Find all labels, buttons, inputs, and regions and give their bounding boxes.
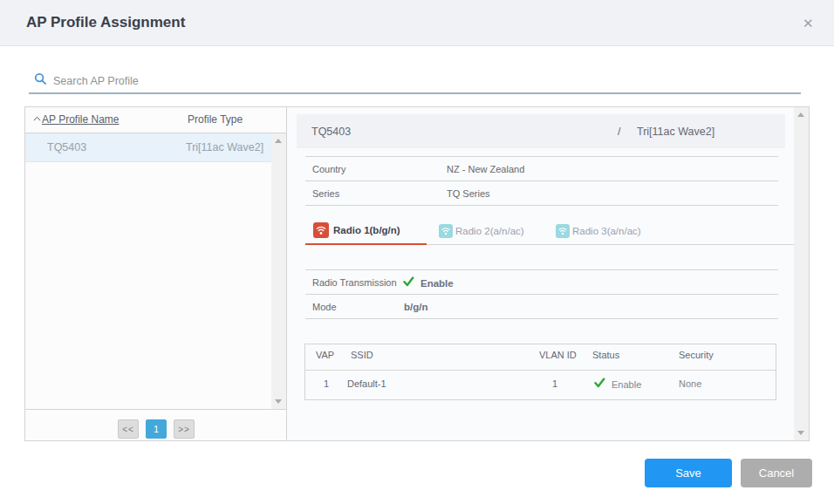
dialog-title: AP Profile Assignment [26, 14, 185, 31]
field-row-country: Country NZ - New Zealand [305, 157, 778, 181]
detail-profile-type: Tri[11ac Wave2] [637, 126, 714, 138]
wifi-icon-teal-2 [439, 224, 453, 238]
dialog-header: AP Profile Assignment ✕ [0, 0, 834, 46]
profile-list-scrollbar[interactable] [271, 133, 286, 409]
search-input[interactable] [53, 72, 769, 91]
profile-list-header: AP Profile Name Profile Type [25, 107, 286, 133]
detail-profile-name: TQ5403 [311, 126, 351, 138]
tab-radio-1[interactable]: Radio 1(b/g/n) [305, 216, 427, 245]
radio-transmission-value: Enable [403, 276, 454, 289]
status-check-icon [594, 378, 605, 388]
wifi-icon-teal-3 [556, 224, 570, 238]
country-value: NZ - New Zealand [447, 164, 524, 174]
radio-tabs: Radio 1(b/g/n) Radio 2(a/n/ac) Radio 3(a… [305, 216, 641, 245]
cancel-button[interactable]: Cancel [741, 459, 812, 487]
detail-scroll-down-icon[interactable] [797, 431, 804, 435]
mode-value: b/g/n [404, 302, 427, 312]
mode-label: Mode [312, 302, 337, 312]
vlan-cell: 1 [552, 378, 557, 389]
column-security: Security [679, 350, 714, 360]
pagination-prev-button[interactable]: << [118, 419, 139, 439]
series-label: Series [312, 188, 339, 199]
status-cell: Enable [594, 378, 641, 390]
profile-row-selected[interactable]: TQ5403 Tri[11ac Wave2] [25, 133, 271, 162]
scroll-down-icon[interactable] [275, 399, 282, 404]
pagination: << 1 >> [25, 409, 287, 440]
radio-transmission-row: Radio Transmission Enable [305, 270, 778, 295]
vap-table-header: VAP SSID VLAN ID Status Security [305, 344, 776, 371]
tab-radio-1-label: Radio 1(b/g/n) [333, 225, 400, 235]
radio-settings: Radio Transmission Enable Mode b/g/n [305, 269, 778, 319]
ssid-cell: Default-1 [347, 378, 386, 389]
vap-table: VAP SSID VLAN ID Status Security 1 Defau… [304, 344, 776, 400]
detail-scroll-up-icon[interactable] [797, 112, 804, 117]
column-vlan-id: VLAN ID [539, 350, 577, 360]
column-ssid: SSID [351, 350, 373, 360]
detail-header: TQ5403 / Tri[11ac Wave2] [297, 114, 785, 148]
save-button[interactable]: Save [645, 459, 732, 487]
vap-table-row[interactable]: 1 Default-1 1 Enable None [305, 371, 776, 399]
series-value: TQ Series [447, 188, 490, 199]
content-area: AP Profile Name Profile Type TQ5403 Tri[… [24, 106, 810, 441]
search-icon [34, 72, 47, 85]
sort-ascending-icon[interactable] [33, 116, 41, 121]
column-profile-type[interactable]: Profile Type [188, 113, 243, 126]
mode-row: Mode b/g/n [305, 295, 778, 319]
tab-radio-2-label: Radio 2(a/n/ac) [455, 226, 524, 236]
search-bar [29, 72, 801, 94]
scroll-up-icon[interactable] [275, 139, 282, 143]
vap-cell: 1 [324, 378, 329, 389]
detail-scrollbar[interactable] [794, 107, 809, 440]
detail-fields: Country NZ - New Zealand Series TQ Serie… [305, 156, 778, 206]
tab-radio-3-label: Radio 3(a/n/ac) [572, 226, 641, 236]
check-icon [403, 276, 414, 287]
country-label: Country [312, 164, 346, 174]
tab-radio-2[interactable]: Radio 2(a/n/ac) [427, 216, 543, 245]
column-ap-profile-name[interactable]: AP Profile Name [42, 113, 119, 126]
wifi-icon-red [313, 222, 329, 238]
detail-separator: / [618, 126, 620, 138]
pagination-next-button[interactable]: >> [174, 419, 195, 439]
close-icon[interactable]: ✕ [803, 17, 814, 30]
column-status: Status [592, 350, 619, 360]
security-cell: None [679, 378, 701, 389]
profile-row-type: Tri[11ac Wave2] [186, 141, 263, 153]
radio-transmission-label: Radio Transmission [312, 277, 397, 288]
profile-list-panel: AP Profile Name Profile Type TQ5403 Tri[… [25, 107, 287, 440]
field-row-series: Series TQ Series [305, 181, 778, 206]
profile-detail-panel: TQ5403 / Tri[11ac Wave2] Country NZ - Ne… [287, 107, 795, 440]
profile-row-name: TQ5403 [47, 141, 86, 153]
pagination-page-1-button[interactable]: 1 [146, 419, 167, 439]
tab-radio-3[interactable]: Radio 3(a/n/ac) [543, 216, 641, 245]
column-vap: VAP [316, 350, 334, 360]
